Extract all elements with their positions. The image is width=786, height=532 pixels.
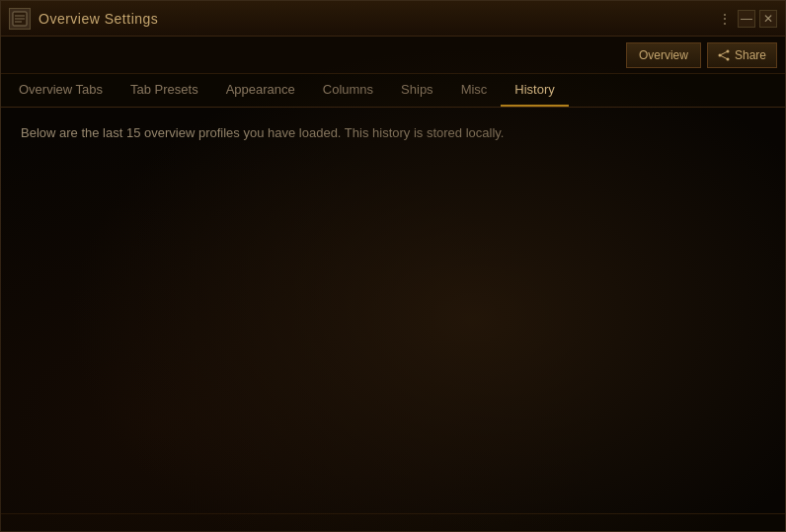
title-bar: Overview Settings ⋮ — ✕ xyxy=(1,1,785,37)
tab-ships[interactable]: Ships xyxy=(387,73,447,107)
history-info-text: Below are the last 15 overview profiles … xyxy=(21,123,765,143)
share-button[interactable]: Share xyxy=(707,42,777,68)
title-bar-left: Overview Settings xyxy=(9,8,158,30)
overview-button[interactable]: Overview xyxy=(626,42,701,68)
tab-appearance[interactable]: Appearance xyxy=(212,73,309,107)
tab-tab-presets[interactable]: Tab Presets xyxy=(117,73,212,107)
minimize-button[interactable]: — xyxy=(738,10,755,28)
tab-misc[interactable]: Misc xyxy=(447,73,502,107)
overview-settings-window: Overview Settings ⋮ — ✕ Overview Share O… xyxy=(0,0,786,532)
svg-line-7 xyxy=(720,51,728,55)
bottom-bar xyxy=(1,513,785,531)
share-icon xyxy=(718,49,730,61)
window-icon xyxy=(9,8,31,30)
tab-history[interactable]: History xyxy=(501,73,568,107)
tab-overview-tabs[interactable]: Overview Tabs xyxy=(5,73,117,107)
title-bar-controls: ⋮ — ✕ xyxy=(716,10,777,28)
menu-button[interactable]: ⋮ xyxy=(716,10,734,28)
close-button[interactable]: ✕ xyxy=(759,10,777,28)
svg-line-8 xyxy=(720,55,728,59)
tab-columns[interactable]: Columns xyxy=(309,73,387,107)
tabs-bar: Overview Tabs Tab Presets Appearance Col… xyxy=(1,74,785,108)
action-bar: Overview Share xyxy=(1,37,785,74)
window-title: Overview Settings xyxy=(39,11,158,27)
content-area: Below are the last 15 overview profiles … xyxy=(1,108,785,513)
share-label: Share xyxy=(735,48,766,62)
